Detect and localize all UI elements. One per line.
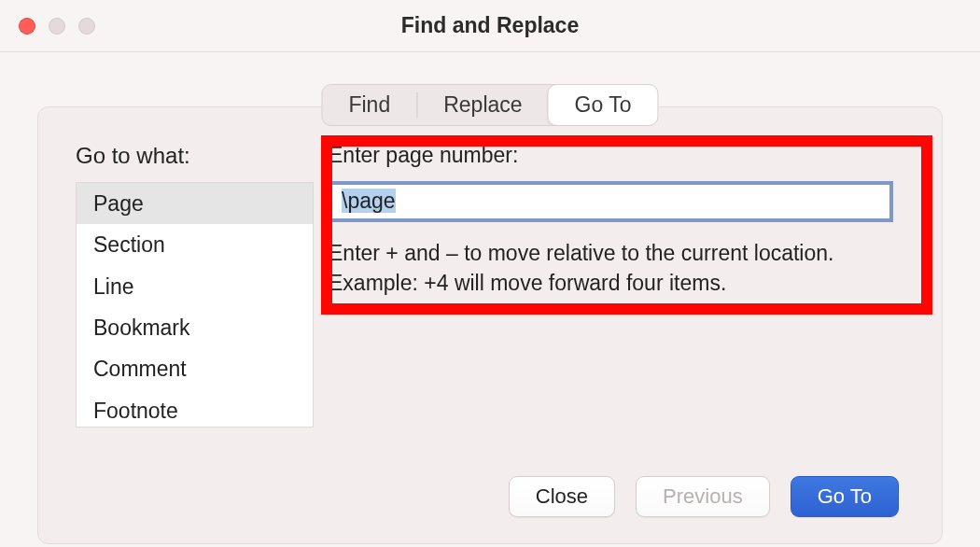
- dialog-body: Find Replace Go To Go to what: Page Sect…: [0, 52, 980, 547]
- list-item[interactable]: Comment: [77, 348, 313, 389]
- close-window-button[interactable]: [19, 18, 35, 35]
- help-text: Enter + and – to move relative to the cu…: [329, 239, 893, 298]
- input-column: Enter page number: \page Enter + and – t…: [329, 143, 904, 302]
- go-to-what-column: Go to what: Page Section Line Bookmark C…: [76, 143, 314, 428]
- tab-find[interactable]: Find: [322, 85, 416, 125]
- list-item[interactable]: Section: [77, 224, 313, 265]
- main-panel: Find Replace Go To Go to what: Page Sect…: [37, 106, 943, 544]
- minimize-window-button[interactable]: [49, 18, 65, 35]
- window-title: Find and Replace: [0, 13, 980, 38]
- title-bar: Find and Replace: [0, 0, 980, 52]
- list-item[interactable]: Bookmark: [77, 307, 313, 348]
- go-to-what-label: Go to what:: [76, 143, 314, 169]
- previous-button: Previous: [636, 476, 770, 517]
- traffic-lights: [19, 18, 95, 35]
- button-row: Close Previous Go To: [76, 476, 904, 517]
- tab-goto[interactable]: Go To: [548, 84, 659, 126]
- close-button[interactable]: Close: [509, 476, 615, 517]
- go-to-what-list[interactable]: Page Section Line Bookmark Comment Footn…: [76, 182, 314, 428]
- list-item[interactable]: Page: [77, 183, 313, 224]
- tab-bar: Find Replace Go To: [321, 84, 658, 126]
- page-number-input[interactable]: \page: [329, 181, 893, 222]
- tab-replace[interactable]: Replace: [417, 85, 548, 125]
- page-number-label: Enter page number:: [329, 143, 904, 168]
- go-to-button[interactable]: Go To: [791, 476, 899, 517]
- list-item[interactable]: Line: [77, 266, 313, 307]
- content-row: Go to what: Page Section Line Bookmark C…: [76, 143, 904, 428]
- list-item[interactable]: Footnote: [77, 390, 313, 428]
- maximize-window-button[interactable]: [78, 18, 95, 35]
